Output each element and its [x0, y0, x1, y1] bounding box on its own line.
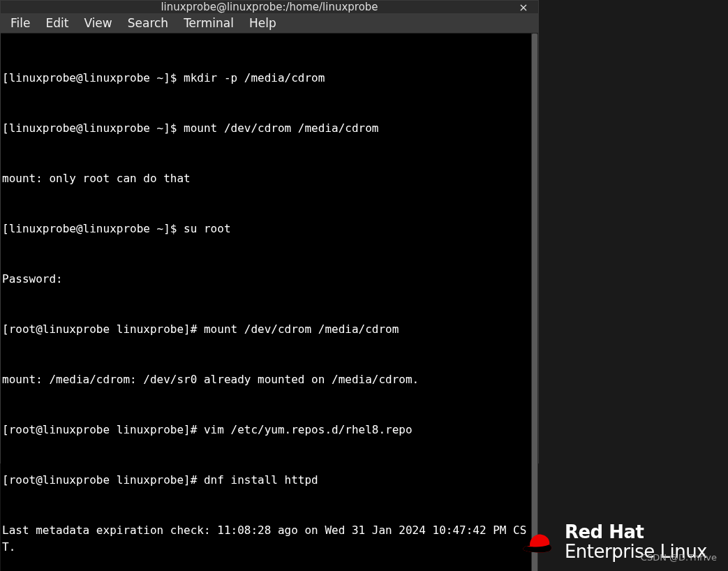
- window-close-button[interactable]: ×: [517, 1, 530, 13]
- menu-terminal[interactable]: Terminal: [177, 13, 241, 33]
- terminal-window: linuxprobe@linuxprobe:/home/linuxprobe ×…: [0, 0, 539, 464]
- menubar: File Edit View Search Terminal Help: [1, 13, 538, 34]
- scrollbar-thumb[interactable]: [532, 34, 537, 571]
- redhat-hat-icon: [519, 528, 555, 556]
- terminal-line: Password:: [2, 271, 530, 288]
- redhat-brand-label: Red Hat: [565, 523, 707, 542]
- window-title: linuxprobe@linuxprobe:/home/linuxprobe: [161, 1, 378, 13]
- menu-help[interactable]: Help: [242, 13, 283, 33]
- terminal-content[interactable]: [linuxprobe@linuxprobe ~]$ mkdir -p /med…: [1, 34, 531, 571]
- window-titlebar[interactable]: linuxprobe@linuxprobe:/home/linuxprobe ×: [1, 1, 538, 13]
- watermark-text: CSDN @D.Thrive: [641, 552, 717, 563]
- terminal-line: [root@linuxprobe linuxprobe]# mount /dev…: [2, 321, 530, 338]
- terminal-line: Last metadata expiration check: 11:08:28…: [2, 522, 530, 556]
- terminal-line: [linuxprobe@linuxprobe ~]$ mkdir -p /med…: [2, 70, 530, 87]
- terminal-line: [root@linuxprobe linuxprobe]# vim /etc/y…: [2, 422, 530, 438]
- terminal-line: [linuxprobe@linuxprobe ~]$ mount /dev/cd…: [2, 120, 530, 137]
- terminal-body: [linuxprobe@linuxprobe ~]$ mkdir -p /med…: [1, 34, 538, 571]
- terminal-scrollbar[interactable]: [531, 34, 538, 571]
- terminal-line: mount: /media/cdrom: /dev/sr0 already mo…: [2, 371, 530, 388]
- menu-view[interactable]: View: [77, 13, 119, 33]
- menu-search[interactable]: Search: [121, 13, 175, 33]
- close-icon: ×: [519, 1, 528, 14]
- menu-file[interactable]: File: [3, 13, 37, 33]
- terminal-line: [root@linuxprobe linuxprobe]# dnf instal…: [2, 472, 530, 489]
- menu-edit[interactable]: Edit: [38, 13, 75, 33]
- terminal-line: [linuxprobe@linuxprobe ~]$ su root: [2, 221, 530, 237]
- terminal-line: mount: only root can do that: [2, 170, 530, 187]
